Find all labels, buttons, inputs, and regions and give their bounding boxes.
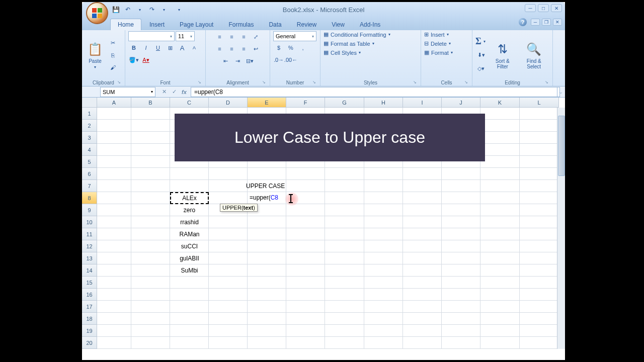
cell[interactable]: [131, 264, 170, 277]
cell[interactable]: [520, 216, 559, 228]
insert-cells-button[interactable]: ⊞Insert▾: [424, 31, 449, 38]
cell[interactable]: [364, 240, 403, 252]
autosum-button[interactable]: Σ▾: [475, 36, 487, 47]
column-header-e[interactable]: E: [248, 98, 286, 108]
cell[interactable]: [520, 252, 559, 264]
cell[interactable]: [97, 216, 131, 228]
cell[interactable]: [403, 277, 442, 289]
cell[interactable]: [209, 168, 248, 180]
cell[interactable]: [131, 301, 170, 313]
cell[interactable]: [131, 156, 170, 168]
cell[interactable]: [209, 289, 248, 301]
column-header-k[interactable]: K: [480, 98, 520, 108]
cell[interactable]: [480, 240, 520, 252]
cell[interactable]: [442, 289, 480, 301]
cell[interactable]: [209, 216, 248, 228]
cell[interactable]: [97, 168, 131, 180]
cell[interactable]: [364, 192, 403, 204]
row-header-6[interactable]: 6: [82, 168, 97, 180]
cell[interactable]: [520, 325, 559, 337]
cell[interactable]: [520, 277, 559, 289]
align-middle-icon[interactable]: ≡: [226, 31, 237, 42]
row-header-5[interactable]: 5: [82, 156, 97, 168]
column-header-f[interactable]: F: [286, 98, 325, 108]
cell[interactable]: [286, 277, 325, 289]
cell[interactable]: [131, 144, 170, 156]
enter-formula-button[interactable]: ✓: [170, 87, 179, 97]
cell[interactable]: [248, 289, 286, 301]
cell[interactable]: [170, 313, 209, 325]
tab-review[interactable]: Review: [290, 19, 324, 30]
cell[interactable]: [170, 325, 209, 337]
column-header-c[interactable]: C: [170, 98, 209, 108]
cell[interactable]: [131, 120, 170, 132]
align-center-icon[interactable]: ≡: [226, 43, 237, 54]
cell[interactable]: [480, 325, 520, 337]
cell[interactable]: [97, 289, 131, 301]
cell[interactable]: [442, 337, 480, 349]
currency-button[interactable]: $: [273, 42, 284, 53]
cell[interactable]: [520, 204, 559, 216]
cell[interactable]: [209, 240, 248, 252]
column-header-h[interactable]: H: [364, 98, 403, 108]
cell[interactable]: [97, 313, 131, 325]
cell[interactable]: [248, 252, 286, 264]
cell[interactable]: [325, 325, 364, 337]
column-header-b[interactable]: B: [131, 98, 170, 108]
row-header-2[interactable]: 2: [82, 120, 97, 132]
cell[interactable]: [442, 168, 480, 180]
comma-button[interactable]: ,: [297, 42, 308, 53]
cell[interactable]: [97, 325, 131, 337]
cell[interactable]: [403, 204, 442, 216]
cell[interactable]: [325, 264, 364, 277]
cell[interactable]: [480, 144, 520, 156]
cell[interactable]: [248, 313, 286, 325]
cell[interactable]: [480, 132, 520, 144]
row-header-16[interactable]: 16: [82, 289, 97, 301]
cell[interactable]: [209, 337, 248, 349]
cell[interactable]: [97, 204, 131, 216]
cell[interactable]: [480, 264, 520, 277]
wrap-text-icon[interactable]: ↩: [251, 43, 262, 54]
cell[interactable]: [248, 216, 286, 228]
cell[interactable]: [403, 252, 442, 264]
format-as-table-button[interactable]: ▦Format as Table▾: [324, 40, 374, 47]
cell[interactable]: [442, 264, 480, 277]
cell[interactable]: [131, 313, 170, 325]
doc-minimize-button[interactable]: ─: [531, 19, 540, 26]
cell[interactable]: [364, 216, 403, 228]
cell[interactable]: [248, 277, 286, 289]
redo-menu-icon[interactable]: ▾: [159, 5, 169, 14]
row-header-12[interactable]: 12: [82, 240, 97, 252]
cell[interactable]: [286, 264, 325, 277]
delete-cells-button[interactable]: ⊟Delete▾: [424, 40, 451, 47]
row-header-8[interactable]: 8: [82, 192, 97, 204]
cut-icon[interactable]: ✂: [107, 38, 118, 49]
cell[interactable]: [480, 156, 520, 168]
cell[interactable]: [325, 289, 364, 301]
find-select-button[interactable]: 🔍 Find & Select: [519, 39, 550, 71]
cell[interactable]: [131, 337, 170, 349]
cell[interactable]: [442, 325, 480, 337]
cell[interactable]: [286, 301, 325, 313]
column-header-a[interactable]: A: [97, 98, 131, 108]
cell[interactable]: [442, 192, 480, 204]
shrink-font-button[interactable]: A: [189, 42, 200, 53]
cell[interactable]: [480, 301, 520, 313]
cell[interactable]: [364, 277, 403, 289]
fill-color-button[interactable]: 🪣▾: [128, 54, 139, 65]
cell[interactable]: [364, 313, 403, 325]
cell[interactable]: [286, 313, 325, 325]
indent-increase-icon[interactable]: ⇥: [232, 55, 244, 66]
row-header-3[interactable]: 3: [82, 132, 97, 144]
cell[interactable]: [480, 204, 520, 216]
row-header-10[interactable]: 10: [82, 216, 97, 228]
row-header-17[interactable]: 17: [82, 301, 97, 313]
cell[interactable]: [480, 120, 520, 132]
name-box[interactable]: SUM ▾: [100, 87, 155, 97]
close-button[interactable]: ✕: [551, 4, 562, 12]
cell[interactable]: [325, 216, 364, 228]
cell[interactable]: [170, 337, 209, 349]
cell[interactable]: [209, 277, 248, 289]
cell[interactable]: [209, 313, 248, 325]
